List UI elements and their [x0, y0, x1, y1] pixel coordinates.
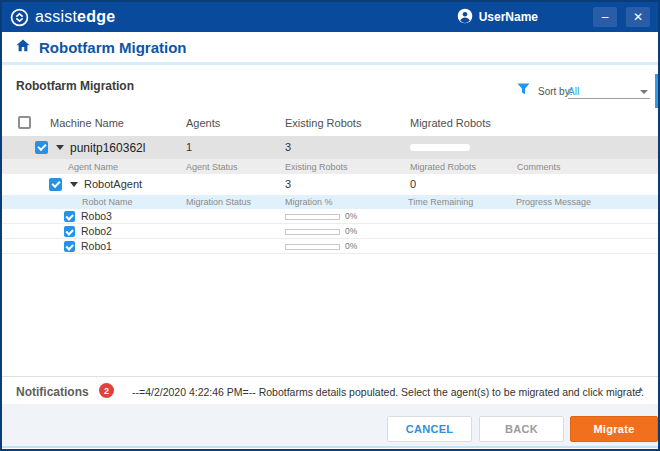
notifications-count-badge: 2	[99, 383, 114, 398]
machine-row[interactable]: punitp160362l 1 3	[2, 136, 658, 159]
chevron-down-icon	[640, 90, 648, 94]
notification-message: --=4/2/2020 4:22:46 PM=-- Robotfarms det…	[132, 386, 644, 398]
table-header-row: Machine Name Agents Existing Robots Migr…	[2, 112, 658, 136]
robot-header-row: Robot Name Migration Status Migration % …	[2, 195, 658, 209]
robot-row[interactable]: Robo3 0%	[2, 209, 658, 224]
machine-name: punitp160362l	[70, 141, 145, 155]
page-title: Robotfarm Migration	[39, 39, 187, 56]
machine-checkbox[interactable]	[35, 141, 48, 154]
col-migration-pct: Migration %	[285, 197, 333, 207]
robot-checkbox[interactable]	[64, 211, 75, 222]
robot-progress-bar	[285, 229, 340, 235]
robot-name: Robo3	[81, 210, 112, 222]
app-window: assistedge UserName – ✕ R	[0, 0, 660, 451]
agent-name: RobotAgent	[84, 178, 142, 190]
col-machine-name: Machine Name	[50, 117, 124, 129]
col-existing-robots: Existing Robots	[285, 117, 361, 129]
col-comments: Comments	[517, 162, 561, 172]
col-agents: Agents	[186, 117, 220, 129]
footer-bar: CANCEL BACK Migrate	[2, 404, 658, 446]
machine-agents-count: 1	[186, 141, 192, 153]
section-title: Robotfarm Migration	[16, 79, 134, 93]
robot-progress-label: 0%	[345, 211, 357, 221]
select-all-checkbox[interactable]	[18, 116, 31, 129]
col-progress-message: Progress Message	[516, 197, 591, 207]
agent-expand-caret-icon[interactable]	[70, 182, 78, 187]
user-menu[interactable]: UserName	[457, 8, 538, 27]
machine-expand-caret-icon[interactable]	[56, 145, 64, 150]
scrollbar-thumb[interactable]	[655, 74, 658, 108]
robot-name: Robo1	[81, 240, 112, 252]
sort-by-value: All	[568, 86, 579, 97]
app-logo: assistedge	[10, 8, 115, 27]
robot-row[interactable]: Robo1 0%	[2, 239, 658, 254]
username-label: UserName	[479, 10, 538, 24]
machine-migrated-progress-bar	[410, 144, 470, 151]
robot-progress-bar	[285, 244, 340, 250]
assistedge-logo-icon	[10, 8, 29, 27]
col-time-remaining: Time Remaining	[408, 197, 473, 207]
robot-checkbox[interactable]	[64, 241, 75, 252]
agent-migrated-robots: 0	[410, 178, 416, 190]
col-migrated-robots: Migrated Robots	[410, 117, 491, 129]
page-header: Robotfarm Migration	[2, 32, 658, 65]
notifications-collapse-icon[interactable]: ▲	[637, 385, 644, 392]
notifications-bar: Notifications 2 --=4/2/2020 4:22:46 PM=-…	[2, 376, 658, 404]
agent-existing-robots: 3	[285, 178, 291, 190]
cancel-button[interactable]: CANCEL	[387, 416, 472, 442]
back-button[interactable]: BACK	[479, 416, 564, 442]
robot-progress-bar	[285, 214, 340, 220]
agent-header-row: Agent Name Agent Status Existing Robots …	[2, 159, 658, 174]
migrate-button[interactable]: Migrate	[570, 416, 658, 442]
col-agent-existing: Existing Robots	[285, 162, 348, 172]
robot-checkbox[interactable]	[64, 226, 75, 237]
col-robot-name: Robot Name	[82, 197, 133, 207]
agent-row[interactable]: RobotAgent 3 0	[2, 174, 658, 195]
notifications-label: Notifications	[16, 385, 89, 399]
user-avatar-icon	[457, 8, 473, 27]
robot-progress-label: 0%	[345, 226, 357, 236]
col-agent-status: Agent Status	[186, 162, 238, 172]
home-icon[interactable]	[15, 38, 31, 57]
robot-row[interactable]: Robo2 0%	[2, 224, 658, 239]
sort-by-dropdown[interactable]: All	[568, 82, 650, 99]
machine-existing-robots: 3	[285, 141, 291, 153]
app-name: assistedge	[35, 8, 115, 26]
col-agent-migrated: Migrated Robots	[410, 162, 476, 172]
col-agent-name: Agent Name	[68, 162, 118, 172]
filter-icon[interactable]	[516, 81, 531, 101]
title-bar: assistedge UserName – ✕	[2, 2, 658, 32]
agent-checkbox[interactable]	[49, 178, 62, 191]
minimize-button[interactable]: –	[593, 7, 617, 27]
robot-name: Robo2	[81, 225, 112, 237]
col-migration-status: Migration Status	[186, 197, 251, 207]
close-button[interactable]: ✕	[626, 7, 650, 27]
robot-progress-label: 0%	[345, 241, 357, 251]
